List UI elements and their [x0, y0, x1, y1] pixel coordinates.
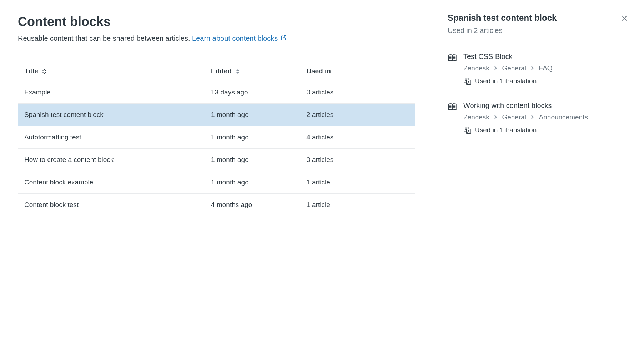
cell-edited: 1 month ago — [205, 149, 300, 171]
content-blocks-table: Title Edited — [18, 61, 415, 216]
breadcrumb: Zendesk General FAQ — [463, 64, 630, 72]
usage-title: Working with content blocks — [463, 102, 630, 110]
breadcrumb-segment: Zendesk — [463, 113, 489, 121]
cell-edited: 1 month ago — [205, 171, 300, 194]
column-header-edited-text: Edited — [211, 67, 232, 75]
translation-info: Used in 1 translation — [463, 77, 630, 85]
table-row[interactable]: Spanish test content block1 month ago2 a… — [18, 104, 415, 126]
table-row[interactable]: Autoformatting test1 month ago4 articles — [18, 126, 415, 149]
cell-used_in: 0 articles — [300, 149, 415, 171]
book-icon — [448, 53, 457, 85]
cell-edited: 4 months ago — [205, 194, 300, 216]
breadcrumb-segment: Zendesk — [463, 64, 489, 72]
translation-text: Used in 1 translation — [475, 77, 537, 85]
external-link-icon — [281, 35, 287, 41]
panel-subtitle: Used in 2 articles — [448, 26, 557, 35]
chevron-right-icon — [492, 113, 499, 121]
usage-item[interactable]: Test CSS Block Zendesk General FAQ Used … — [448, 53, 630, 85]
breadcrumb: Zendesk General Announcements — [463, 113, 630, 121]
table-row[interactable]: How to create a content block1 month ago… — [18, 149, 415, 171]
svg-rect-15 — [466, 129, 471, 133]
chevron-right-icon — [492, 64, 499, 72]
cell-used_in: 1 article — [300, 194, 415, 216]
chevron-right-icon — [529, 64, 536, 72]
translation-icon — [463, 77, 471, 85]
panel-title: Spanish test content block — [448, 13, 557, 23]
usage-title: Test CSS Block — [463, 53, 630, 61]
cell-title: Spanish test content block — [18, 104, 205, 126]
sort-icon — [42, 69, 46, 74]
cell-title: How to create a content block — [18, 149, 205, 171]
column-header-title[interactable]: Title — [18, 61, 205, 81]
column-header-used-in[interactable]: Used in — [300, 61, 415, 81]
breadcrumb-segment: General — [502, 113, 526, 121]
breadcrumb-segment: Announcements — [539, 113, 588, 121]
usage-item[interactable]: Working with content blocks Zendesk Gene… — [448, 102, 630, 134]
page-title: Content blocks — [18, 14, 415, 29]
book-icon — [448, 102, 457, 134]
close-button[interactable] — [619, 13, 630, 24]
table-row[interactable]: Content block test4 months ago1 article — [18, 194, 415, 216]
main-content: Content blocks Reusable content that can… — [0, 0, 433, 346]
cell-used_in: 2 articles — [300, 104, 415, 126]
table-row[interactable]: Example13 days ago0 articles — [18, 81, 415, 104]
table-row[interactable]: Content block example1 month ago1 articl… — [18, 171, 415, 194]
cell-used_in: 4 articles — [300, 126, 415, 149]
chevron-right-icon — [529, 113, 536, 121]
svg-rect-7 — [466, 80, 471, 84]
page-description: Reusable content that can be shared betw… — [18, 33, 415, 44]
cell-used_in: 1 article — [300, 171, 415, 194]
learn-link[interactable]: Learn about content blocks — [192, 34, 287, 42]
cell-used_in: 0 articles — [300, 81, 415, 104]
cell-title: Content block example — [18, 171, 205, 194]
close-icon — [620, 14, 628, 22]
translation-icon — [463, 126, 471, 134]
column-header-used-in-text: Used in — [306, 67, 331, 75]
cell-title: Content block test — [18, 194, 205, 216]
column-header-edited[interactable]: Edited — [205, 61, 300, 81]
page-description-text: Reusable content that can be shared betw… — [18, 34, 192, 42]
column-header-title-text: Title — [24, 67, 38, 75]
translation-info: Used in 1 translation — [463, 126, 630, 134]
cell-title: Autoformatting test — [18, 126, 205, 149]
cell-edited: 13 days ago — [205, 81, 300, 104]
cell-edited: 1 month ago — [205, 104, 300, 126]
translation-text: Used in 1 translation — [475, 126, 537, 134]
cell-edited: 1 month ago — [205, 126, 300, 149]
learn-link-text: Learn about content blocks — [192, 34, 278, 42]
cell-title: Example — [18, 81, 205, 104]
breadcrumb-segment: FAQ — [539, 64, 553, 72]
details-panel: Spanish test content block Used in 2 art… — [433, 0, 644, 346]
sort-icon — [236, 69, 240, 74]
breadcrumb-segment: General — [502, 64, 526, 72]
